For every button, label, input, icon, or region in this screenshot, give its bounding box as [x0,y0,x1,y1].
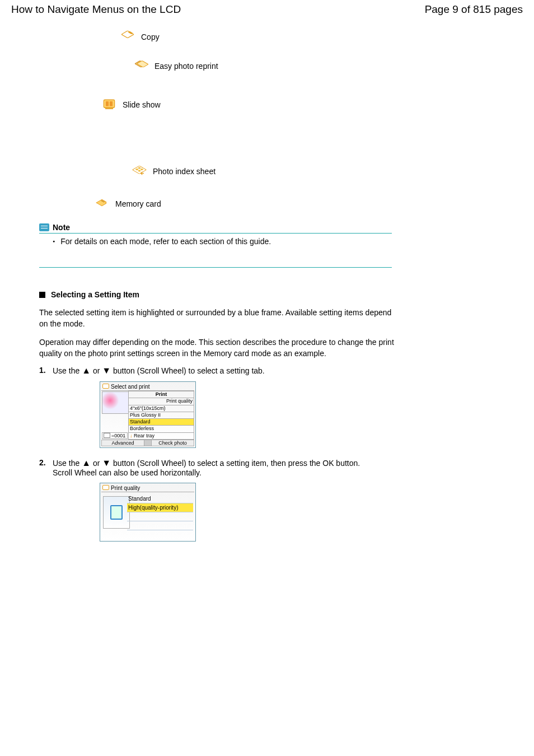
slideshow-icon [101,97,117,113]
note-body: For details on each mode, refer to each … [39,234,392,268]
step-text-a: Use the [53,459,82,468]
lcd-mockup-print-quality: Print quality Standard High(quality-prio… [100,483,196,542]
mode-label: Copy [141,32,160,41]
mockup2-title: Print quality [101,484,194,492]
thumbnail-icon [102,391,129,414]
advanced-button[interactable]: Advanced [101,440,144,446]
svg-rect-5 [105,108,113,109]
step-2: 2. Use the ▲ or ▼ button (Scroll Wheel) … [39,458,397,477]
mode-label: Photo index sheet [153,167,216,176]
rear-tray-label: Rear tray [134,433,154,438]
step-1: 1. Use the ▲ or ▼ button (Scroll Wheel) … [39,366,397,376]
mode-easy-photo-reprint[interactable]: Easy photo reprint [133,58,218,74]
setting-row[interactable]: Plus Glossy II [128,412,194,419]
photo-stack-icon [133,58,149,74]
up-arrow-icon: ▲ [82,458,91,468]
step-number: 1. [39,366,53,376]
step-text-c: button (Scroll Wheel) to select a settin… [113,459,360,468]
check-photo-button[interactable]: Check photo [151,440,194,446]
rear-tray-row[interactable]: ↓ Rear tray [128,433,194,440]
quality-option-empty [127,512,193,521]
down-arrow-icon: ▼ [102,458,111,468]
note-text: For details on each mode, refer to each … [53,237,392,246]
note-heading-text: Note [53,223,70,232]
step-text: Use the ▲ or ▼ button (Scroll Wheel) to … [53,458,397,477]
step-text-c: button (Scroll Wheel) to select a settin… [113,366,265,375]
clipboard-icon [120,29,135,45]
step2-tip: Scroll Wheel can also be used horizontal… [53,468,202,477]
section-para-1: The selected setting item is highlighted… [39,307,397,330]
mockup1-title: Select and print [101,383,194,391]
svg-rect-6 [106,101,109,106]
print-quality-label: Print quality [128,398,194,405]
note-block: Note For details on each mode, refer to … [39,223,392,268]
down-arrow-icon: ▼ [102,366,111,375]
mode-memory-card[interactable]: Memory card [94,196,161,212]
step-text-b: or [93,459,102,468]
svg-rect-0 [121,31,134,38]
setting-row[interactable]: Borderless [128,426,194,432]
section-selecting-setting-item: Selecting a Setting Item The selected se… [39,290,397,542]
memory-card-icon [94,196,110,212]
note-icon [39,223,49,231]
quality-option[interactable]: Standard [127,494,193,503]
mode-label: Memory card [115,199,161,208]
page-header: How to Navigate Menus on the LCD Page 9 … [11,0,523,21]
setting-row-selected[interactable]: Standard [128,419,194,426]
mode-label: Slide show [123,100,161,109]
mode-label: Easy photo reprint [154,62,218,71]
copies-field[interactable]: =0001 [102,432,128,439]
quality-option-selected[interactable]: High(quality-priority) [127,503,193,512]
up-arrow-icon: ▲ [82,366,91,375]
step-text: Use the ▲ or ▼ button (Scroll Wheel) to … [53,366,397,376]
lcd-mockup-select-and-print: Select and print =0001 Print Print quali… [100,381,196,448]
step-text-a: Use the [53,366,82,375]
mode-slide-show[interactable]: Slide show [101,97,161,113]
section-heading: Selecting a Setting Item [39,290,397,299]
note-heading: Note [39,223,392,234]
quality-option-empty [127,530,193,539]
header-title-right: Page 9 of 815 pages [425,3,523,16]
print-header: Print [128,391,194,398]
copies-value: =0001 [111,433,125,438]
mode-copy[interactable]: Copy [120,29,160,45]
index-sheet-icon [132,164,147,179]
quality-option-empty [127,521,193,530]
svg-rect-4 [104,100,114,108]
step-number: 2. [39,458,53,477]
section-para-2: Operation may differ depending on the mo… [39,337,397,360]
svg-rect-7 [110,101,113,106]
mode-photo-index-sheet[interactable]: Photo index sheet [132,164,216,179]
header-title-left: How to Navigate Menus on the LCD [11,3,181,16]
mode-icon-ring: Copy Easy photo reprint Slide show Setti… [62,21,523,217]
step-text-b: or [93,366,102,375]
setting-row[interactable]: 4"x6"(10x15cm) [128,405,194,412]
